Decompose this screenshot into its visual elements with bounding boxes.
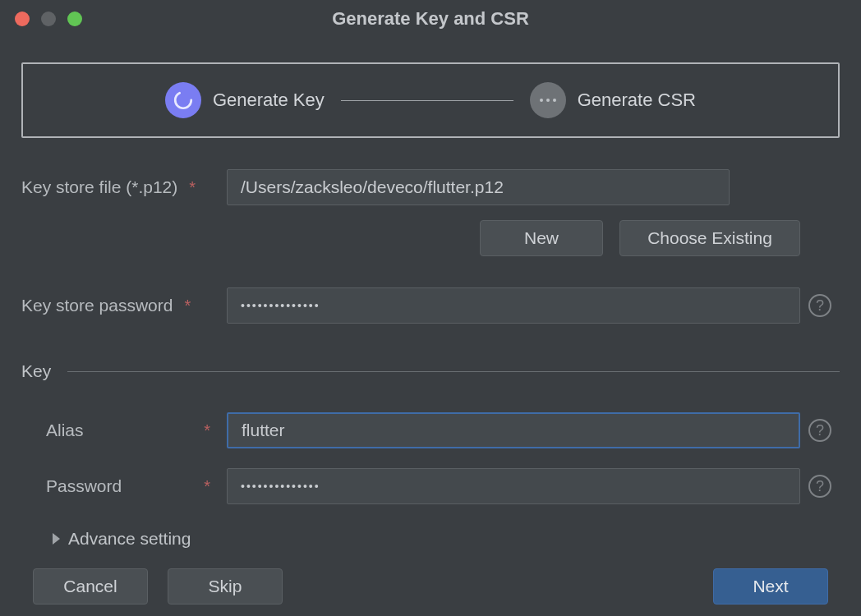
step1-label: Generate Key [213, 90, 325, 111]
chevron-right-icon [53, 533, 60, 545]
key-section-header: Key [21, 361, 840, 381]
keystore-password-label: Key store password* [21, 296, 227, 315]
choose-existing-button[interactable]: Choose Existing [619, 220, 800, 256]
keystore-file-input[interactable] [227, 169, 730, 205]
svg-point-1 [540, 99, 543, 102]
ellipsis-icon [530, 82, 566, 118]
spinner-icon [165, 82, 201, 118]
step-generate-key: Generate Key [165, 82, 325, 118]
window-title: Generate Key and CSR [0, 8, 861, 30]
step2-label: Generate CSR [578, 90, 696, 111]
svg-point-2 [546, 99, 550, 102]
svg-point-3 [553, 99, 556, 102]
stepper: Generate Key Generate CSR [21, 62, 840, 138]
dialog-window: Generate Key and CSR Generate Key Gen [0, 0, 861, 616]
step-generate-csr: Generate CSR [530, 82, 696, 118]
next-button[interactable]: Next [713, 568, 828, 605]
titlebar: Generate Key and CSR [0, 0, 861, 38]
key-password-label: Password * [21, 476, 227, 496]
help-icon[interactable]: ? [808, 475, 831, 498]
help-icon[interactable]: ? [808, 294, 831, 317]
dialog-footer: Cancel Skip Next [0, 568, 861, 605]
keystore-password-input[interactable] [227, 287, 800, 324]
new-button[interactable]: New [480, 220, 603, 256]
alias-input[interactable] [227, 412, 800, 448]
svg-point-0 [175, 92, 191, 108]
key-password-input[interactable] [227, 468, 800, 504]
advance-setting-toggle[interactable]: Advance setting [21, 529, 840, 549]
alias-label: Alias * [21, 421, 227, 440]
keystore-file-label: Key store file (*.p12)* [21, 177, 227, 197]
skip-button[interactable]: Skip [168, 568, 283, 605]
help-icon[interactable]: ? [808, 419, 831, 442]
cancel-button[interactable]: Cancel [33, 568, 148, 605]
step-connector [341, 100, 513, 101]
